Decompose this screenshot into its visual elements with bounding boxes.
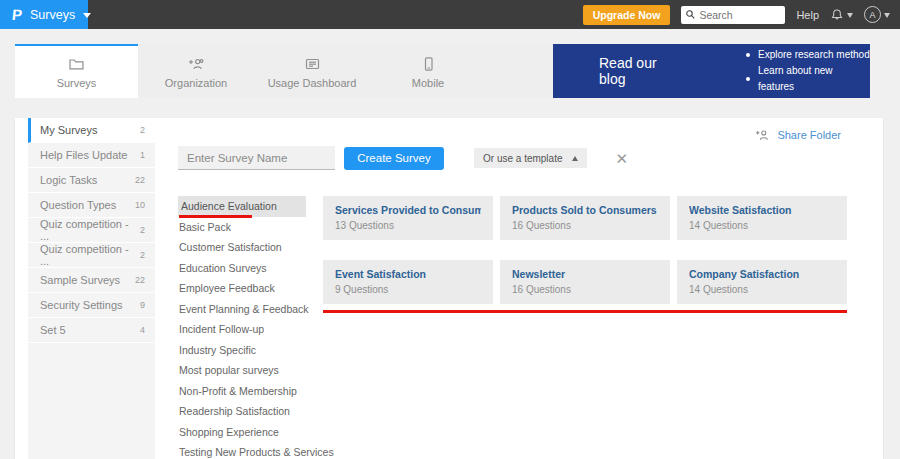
sidebar-folder-item[interactable]: Question Types 10 [28,193,155,218]
sidebar-folder-item[interactable]: Quiz competition - ... 2 [28,243,155,268]
tab-usage-dashboard[interactable]: Usage Dashboard [254,44,370,98]
template-title: Company Satisfaction [689,268,835,280]
sidebar-folder-item[interactable]: My Surveys 2 [28,118,155,143]
sidebar-folder-item[interactable]: Sample Surveys 22 [28,268,155,293]
template-question-count: 14 Questions [689,284,835,295]
template-category-list: Audience Evaluation Basic Pack Customer … [178,196,306,459]
account-menu[interactable]: A [864,6,890,23]
folder-label: Security Settings [40,299,123,311]
folder-count: 2 [140,125,145,135]
share-folder-label: Share Folder [777,129,841,141]
category-label: Testing New Products & Services [179,446,334,458]
template-category-item[interactable]: Event Planning & Feedback [178,299,306,320]
upgrade-now-button[interactable]: Upgrade Now [583,5,671,25]
folder-count: 2 [140,250,145,260]
folder-count: 22 [135,275,145,285]
template-card[interactable]: Products Sold to Consumers 16 Questions [500,196,670,240]
folders-sidebar: My Surveys 2 Help Files Update 1 Logic T… [28,118,155,459]
folder-label: My Surveys [40,124,97,136]
sidebar-folder-item[interactable]: Help Files Update 1 [28,143,155,168]
template-card[interactable]: Company Satisfaction 14 Questions [677,260,847,304]
share-folder-button[interactable]: Share Folder [755,128,841,142]
category-label: Basic Pack [179,221,231,233]
template-category-item[interactable]: Shopping Experience [178,422,306,443]
tab-strip: Surveys Organization Usage Dashboard Mob… [15,44,553,98]
folder-label: Quiz competition - ... [40,218,140,242]
help-link[interactable]: Help [796,9,819,21]
template-category-item[interactable]: Non-Profit & Membership [178,381,306,402]
brand-label: Surveys [30,8,75,22]
template-category-item[interactable]: Most popular surveys [178,360,306,381]
template-card[interactable]: Newsletter 16 Questions [500,260,670,304]
sidebar-folder-item[interactable]: Logic Tasks 22 [28,168,155,193]
category-label: Employee Feedback [179,282,275,294]
template-question-count: 13 Questions [335,220,481,231]
template-card[interactable]: Website Satisfaction 14 Questions [677,196,847,240]
tab-label: Organization [165,77,227,89]
main-panel: Share Folder Create Survey Or use a temp… [155,118,883,459]
banner-title: Read our blog [599,55,686,87]
folder-count: 10 [135,200,145,210]
template-category-item[interactable]: Customer Satisfaction [178,237,306,258]
template-category-item[interactable]: Basic Pack [178,217,306,238]
bell-icon [830,8,844,22]
category-label: Most popular surveys [179,364,279,376]
create-survey-row: Create Survey Or use a template ✕ [178,146,883,170]
add-person-icon [755,128,770,142]
folder-label: Logic Tasks [40,174,97,186]
search-icon [685,9,696,20]
category-label: Readership Satisfaction [179,405,290,417]
blog-banner[interactable]: Read our blog Explore research method Le… [553,44,870,98]
folder-count: 4 [140,325,145,335]
folder-count: 1 [140,150,145,160]
search-input[interactable] [699,9,777,21]
search-box[interactable] [681,6,785,24]
folder-label: Quiz competition - ... [40,243,140,267]
template-category-item[interactable]: Audience Evaluation [178,196,306,217]
template-category-item[interactable]: Incident Follow-up [178,319,306,340]
mobile-icon [420,56,437,72]
sidebar-folder-item[interactable]: Security Settings 9 [28,293,155,318]
chevron-down-icon [884,13,890,18]
template-category-item[interactable]: Readership Satisfaction [178,401,306,422]
template-question-count: 16 Questions [512,220,658,231]
tab-organization[interactable]: Organization [138,44,254,98]
template-question-count: 16 Questions [512,284,658,295]
tab-surveys[interactable]: Surveys [15,44,138,98]
banner-bullet: Learn about new features [746,63,870,95]
notifications-menu[interactable] [830,8,853,22]
content-card: My Surveys 2 Help Files Update 1 Logic T… [15,118,883,459]
template-cards-grid: Services Provided to Consumers 13 Questi… [323,196,847,304]
topbar-right: Upgrade Now Help A [583,5,900,25]
template-question-count: 9 Questions [335,284,481,295]
tab-mobile[interactable]: Mobile [370,44,486,98]
template-title: Newsletter [512,268,658,280]
close-icon[interactable]: ✕ [615,151,628,166]
banner-bullet-list: Explore research method Learn about new … [746,47,870,95]
chevron-up-icon [572,156,578,161]
topbar: P Surveys Upgrade Now Help A [0,0,900,29]
brand-surveys-dropdown[interactable]: P Surveys [0,0,88,29]
template-cards-column: Services Provided to Consumers 13 Questi… [323,196,847,459]
template-title: Services Provided to Consumers [335,204,481,216]
dashboard-icon [304,56,321,72]
tab-label: Mobile [412,77,444,89]
template-category-item[interactable]: Industry Specific [178,340,306,361]
chevron-down-icon [847,13,853,18]
survey-name-input[interactable] [178,146,335,170]
category-label: Education Surveys [179,262,267,274]
sidebar-folder-item[interactable]: Quiz competition - ... 2 [28,218,155,243]
tab-label: Usage Dashboard [268,77,357,89]
template-question-count: 14 Questions [689,220,835,231]
template-category-item[interactable]: Employee Feedback [178,278,306,299]
use-template-dropdown[interactable]: Or use a template [474,148,587,168]
template-card[interactable]: Services Provided to Consumers 13 Questi… [323,196,493,240]
avatar: A [864,6,881,23]
questionpro-logo-icon: P [11,6,23,23]
create-survey-button[interactable]: Create Survey [344,147,444,170]
sidebar-folder-item[interactable]: Set 5 4 [28,318,155,343]
template-category-item[interactable]: Testing New Products & Services [178,442,306,459]
template-category-item[interactable]: Education Surveys [178,258,306,279]
template-card[interactable]: Event Satisfaction 9 Questions [323,260,493,304]
top-section: Surveys Organization Usage Dashboard Mob… [15,44,870,98]
